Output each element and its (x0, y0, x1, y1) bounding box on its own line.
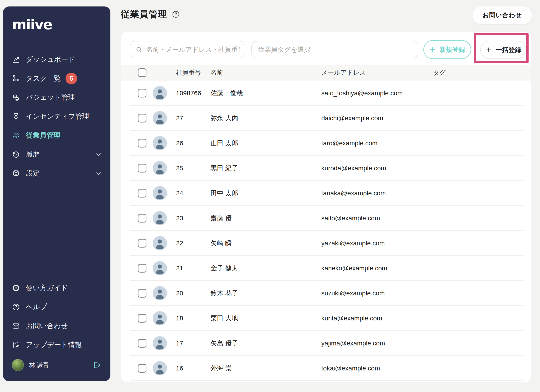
employee-email: kuroda@example.com (321, 164, 386, 172)
table-row[interactable]: 24田中 太郎tanaka@example.com (121, 181, 531, 206)
employee-avatar-icon (153, 211, 167, 225)
page-header: 従業員管理 (121, 8, 180, 20)
sidebar-item-label: タスク一覧 (26, 74, 61, 83)
column-header-id: 社員番号 (176, 68, 201, 77)
employee-id: 22 (176, 239, 183, 247)
employee-id: 16 (176, 365, 183, 372)
table-row[interactable]: 27弥永 大内daichi@example.com (121, 106, 531, 131)
sidebar-item-label: お問い合わせ (26, 321, 68, 331)
sidebar-item-budget[interactable]: バジェット管理 (3, 88, 110, 107)
table-row[interactable]: 20鈴木 花子suzuki@example.com (121, 281, 531, 306)
incentive-icon (12, 112, 20, 120)
plus-icon (429, 46, 436, 53)
employee-email: tanaka@example.com (321, 189, 386, 197)
help-icon (12, 303, 20, 311)
employee-email: tokai@example.com (321, 365, 380, 372)
employee-name: 弥永 大内 (210, 114, 238, 123)
table-row[interactable]: 25黒田 紀子kuroda@example.com (121, 156, 531, 181)
employee-name: 矢崎 瞬 (210, 239, 232, 248)
sidebar-item-help[interactable]: ヘルプ (3, 298, 110, 317)
select-all-checkbox[interactable] (138, 68, 146, 77)
table-row[interactable]: 22矢崎 瞬yazaki@example.com (121, 231, 531, 256)
employee-email: taro@example.com (321, 139, 378, 147)
employee-email: kurita@example.com (321, 315, 382, 322)
employee-name: 黒田 紀子 (210, 164, 238, 173)
sidebar-item-label: 使い方ガイド (26, 283, 68, 293)
employee-avatar-icon (153, 361, 167, 375)
sidebar-item-tasks[interactable]: タスク一覧5 (3, 69, 110, 88)
sidebar-item-label: 設定 (26, 169, 40, 178)
table-row[interactable]: 1098766佐藤 俊哉sato_toshiya@example.com (121, 81, 531, 106)
sidebar-item-guide[interactable]: 使い方ガイド (3, 278, 110, 298)
bulk-register-button[interactable]: 一括登録 (480, 41, 526, 59)
user-name: 林 謙吾 (29, 361, 49, 369)
settings-icon (12, 169, 20, 178)
search-icon (135, 46, 142, 53)
sidebar-item-settings[interactable]: 設定 (3, 164, 110, 183)
employee-email: daichi@example.com (321, 114, 383, 122)
sidebar-item-dashboard[interactable]: ダッシュボード (3, 50, 110, 69)
employee-avatar-icon (153, 311, 167, 325)
employee-email: kaneko@example.com (321, 265, 387, 272)
logout-icon[interactable] (92, 361, 101, 369)
row-checkbox[interactable] (138, 264, 146, 273)
sidebar-item-history[interactable]: 履歴 (3, 145, 110, 164)
row-checkbox[interactable] (138, 364, 146, 372)
employee-avatar-icon (153, 186, 167, 200)
employee-email: sato_toshiya@example.com (321, 89, 403, 97)
employee-list-card: 新規登録 一括登録 社員番号 名前 メールアドレス タグ 1098766佐藤 俊… (121, 32, 531, 382)
table-row[interactable]: 17矢島 優子yajima@example.com (121, 331, 531, 356)
row-checkbox[interactable] (138, 89, 146, 97)
row-checkbox[interactable] (138, 164, 146, 173)
row-checkbox[interactable] (138, 314, 146, 323)
task-count-badge: 5 (65, 73, 77, 84)
new-register-button[interactable]: 新規登録 (423, 40, 471, 59)
search-box (130, 41, 245, 58)
employee-avatar-icon (153, 86, 167, 100)
employee-avatar-icon (153, 236, 167, 250)
employee-id: 1098766 (176, 89, 201, 97)
row-checkbox[interactable] (138, 289, 146, 298)
row-checkbox[interactable] (138, 339, 146, 347)
employee-id: 26 (176, 139, 183, 147)
row-checkbox[interactable] (138, 189, 146, 198)
tag-filter-input[interactable] (258, 46, 411, 53)
table-row[interactable]: 26山田 太郎taro@example.com (121, 131, 531, 156)
row-checkbox[interactable] (138, 114, 146, 123)
mail-icon (12, 322, 20, 330)
sidebar-item-incentive[interactable]: インセンティブ管理 (3, 107, 110, 126)
row-checkbox[interactable] (138, 239, 146, 248)
sidebar-item-employees[interactable]: 従業員管理 (3, 126, 110, 145)
chevron-down-icon (95, 170, 102, 177)
sidebar-item-label: バジェット管理 (26, 93, 75, 102)
row-checkbox[interactable] (138, 139, 146, 148)
history-icon (12, 150, 20, 159)
employee-id: 17 (176, 340, 183, 347)
budget-icon (12, 93, 20, 102)
table-row[interactable]: 21金子 健太kaneko@example.com (121, 256, 531, 281)
sidebar-item-label: アップデート情報 (26, 340, 82, 350)
sidebar-nav: ダッシュボードタスク一覧5バジェット管理インセンティブ管理従業員管理履歴設定 (3, 50, 110, 183)
updates-icon (12, 341, 20, 349)
employee-id: 25 (176, 164, 183, 172)
table-row[interactable]: 23齋藤 優saito@example.com (121, 206, 531, 231)
employee-avatar-icon (153, 161, 167, 175)
sidebar-item-contact[interactable]: お問い合わせ (3, 317, 110, 336)
tasks-icon (12, 74, 20, 83)
sidebar-item-label: 履歴 (26, 150, 40, 159)
employee-name: 山田 太郎 (210, 139, 238, 148)
row-checkbox[interactable] (138, 214, 146, 223)
tag-filter-box (251, 41, 418, 58)
column-header-tag: タグ (433, 68, 446, 77)
employee-avatar-icon (153, 136, 167, 150)
employee-email: suzuki@example.com (321, 290, 385, 297)
search-input[interactable] (146, 46, 240, 53)
employee-avatar-icon (153, 286, 167, 300)
help-circle-icon[interactable] (172, 10, 180, 18)
table-header: 社員番号 名前 メールアドレス タグ (121, 65, 531, 81)
table-row[interactable]: 16外海 崇tokai@example.com (121, 356, 531, 381)
contact-button[interactable]: お問い合わせ (473, 6, 532, 24)
employee-email: yajima@example.com (321, 340, 385, 347)
table-row[interactable]: 18栗田 大地kurita@example.com (121, 306, 531, 331)
sidebar-item-updates[interactable]: アップデート情報 (3, 336, 110, 354)
